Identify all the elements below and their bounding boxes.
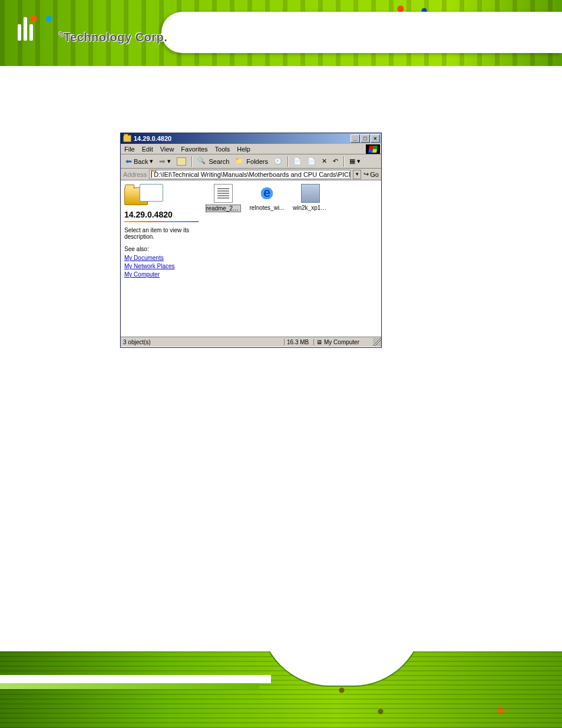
delete-button[interactable]: ✕: [319, 156, 329, 166]
sidebar-link-my-network-places[interactable]: My Network Places: [124, 263, 199, 269]
content-area: 14.29.0.4820 Select an item to view its …: [121, 180, 381, 337]
page-footer-banner: [0, 651, 562, 728]
menu-help[interactable]: Help: [237, 146, 250, 153]
sidebar-description: Select an item to view its description.: [124, 227, 199, 240]
toolbar: ⬅Back▾ ➡▾ 🔍Search 📁Folders 🕘 📄 📄 ✕ ↶ ▦▾: [121, 154, 381, 169]
file-label: relnotes_wi...: [249, 205, 285, 211]
forward-dropdown-icon[interactable]: ▾: [167, 157, 171, 165]
window-title: 14.29.0.4820: [134, 135, 171, 142]
undo-button[interactable]: ↶: [330, 156, 340, 166]
minimize-button[interactable]: _: [351, 134, 360, 143]
search-label: Search: [209, 158, 229, 165]
resize-grip-icon[interactable]: [373, 338, 381, 346]
views-icon: ▦: [349, 157, 355, 165]
sidebar: 14.29.0.4820 Select an item to view its …: [121, 180, 202, 337]
archive-file-icon: [301, 184, 320, 203]
back-button[interactable]: ⬅Back▾: [123, 156, 156, 167]
footer-strip-accent: [0, 683, 259, 689]
up-button[interactable]: [174, 156, 189, 167]
file-item[interactable]: readme_2k_xp: [206, 184, 241, 212]
folders-icon: 📁: [235, 157, 244, 166]
sidebar-heading: 14.29.0.4820: [124, 210, 199, 221]
status-bar: 3 object(s) 16.3 MB 🖥 My Computer: [121, 337, 381, 347]
sidebar-rule: [124, 221, 199, 222]
banner-curve-accent: [159, 17, 242, 37]
logo-blue-dot-icon: [46, 16, 52, 22]
logo-mark: [18, 17, 53, 41]
folders-label: Folders: [246, 158, 268, 165]
views-button[interactable]: ▦▾: [347, 156, 363, 166]
folder-icon: [151, 171, 152, 178]
toolbar-separator: [287, 156, 288, 167]
close-button[interactable]: ×: [371, 134, 380, 143]
address-path: D:\IEI\Technical Writing\Manuals\Motherb…: [154, 171, 351, 178]
status-size: 16.3 MB: [285, 339, 314, 345]
toolbar-separator: [343, 156, 344, 167]
address-dropdown-button[interactable]: ▼: [353, 170, 361, 179]
menubar: File Edit View Favorites Tools Help: [121, 144, 381, 154]
copy-to-icon: 📄: [308, 157, 316, 165]
folders-button[interactable]: 📁Folders: [233, 156, 270, 167]
sidebar-see-also: See also:: [124, 246, 199, 252]
go-label: Go: [370, 171, 379, 178]
file-label: win2k_xp1429: [293, 205, 328, 211]
toolbar-separator: [191, 156, 192, 167]
menu-edit[interactable]: Edit: [142, 146, 153, 153]
history-button[interactable]: 🕘: [272, 156, 285, 166]
logo: ®Technology Corp.: [18, 13, 167, 44]
registered-mark: ®: [59, 31, 64, 38]
logo-orange-dot-icon: [31, 16, 37, 22]
menu-tools[interactable]: Tools: [215, 146, 230, 153]
maximize-button[interactable]: □: [361, 134, 370, 143]
delete-icon: ✕: [322, 157, 327, 165]
back-dropdown-icon[interactable]: ▾: [150, 157, 153, 165]
titlebar-left: 14.29.0.4820: [122, 135, 171, 142]
window-control-buttons: _ □ ×: [351, 134, 380, 143]
go-button[interactable]: ↪Go: [363, 170, 379, 178]
sidebar-link-my-documents[interactable]: My Documents: [124, 255, 199, 261]
folder-up-icon: [177, 157, 186, 166]
undo-icon: ↶: [333, 157, 338, 165]
forward-button[interactable]: ➡▾: [157, 156, 173, 167]
back-arrow-icon: ⬅: [125, 157, 132, 166]
forward-arrow-icon: ➡: [159, 157, 166, 166]
my-computer-icon: 🖥: [316, 339, 322, 345]
search-icon: 🔍: [197, 157, 207, 166]
status-location-text: My Computer: [324, 339, 359, 345]
address-bar: Address D:\IEI\Technical Writing\Manuals…: [121, 169, 381, 180]
menu-favorites[interactable]: Favorites: [181, 146, 207, 153]
address-input[interactable]: D:\IEI\Technical Writing\Manuals\Motherb…: [149, 170, 351, 179]
file-list[interactable]: readme_2k_xp relnotes_wi... win2k_xp1429: [202, 180, 381, 337]
move-to-icon: 📄: [293, 157, 302, 165]
menu-file[interactable]: File: [124, 146, 135, 153]
folder-icon: [123, 135, 131, 142]
windows-logo-icon: [366, 144, 380, 154]
logo-company-name: Technology Corp.: [64, 31, 168, 44]
move-to-button[interactable]: 📄: [291, 156, 304, 166]
titlebar[interactable]: 14.29.0.4820 _ □ ×: [121, 133, 381, 144]
html-file-icon: [257, 184, 276, 203]
menu-view[interactable]: View: [160, 146, 174, 153]
sidebar-folder-large-icon: [124, 184, 164, 207]
search-button[interactable]: 🔍Search: [195, 156, 232, 167]
status-objects: 3 object(s): [121, 339, 285, 345]
back-label: Back: [134, 158, 148, 165]
address-label: Address: [123, 171, 147, 178]
page-header-banner: ®Technology Corp.: [0, 0, 562, 66]
views-dropdown-icon[interactable]: ▾: [357, 157, 361, 165]
footer-curve: [259, 651, 424, 687]
copy-to-button[interactable]: 📄: [305, 156, 318, 166]
file-item[interactable]: win2k_xp1429: [293, 184, 328, 211]
footer-strip: [0, 675, 271, 683]
logo-text: ®Technology Corp.: [59, 31, 167, 44]
text-file-icon: [214, 184, 233, 203]
explorer-window: 14.29.0.4820 _ □ × File Edit View Favori…: [120, 133, 382, 348]
status-location: 🖥 My Computer: [314, 339, 373, 345]
sidebar-link-my-computer[interactable]: My Computer: [124, 271, 199, 278]
file-label: readme_2k_xp: [206, 205, 241, 212]
go-icon: ↪: [363, 170, 369, 178]
history-icon: 🕘: [274, 157, 282, 165]
file-item[interactable]: relnotes_wi...: [249, 184, 285, 211]
